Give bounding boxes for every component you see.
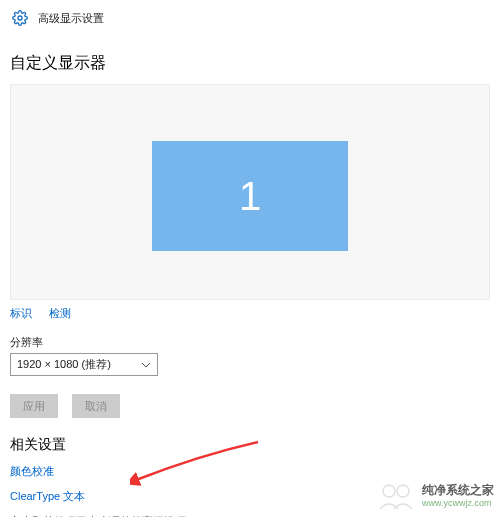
window-title: 高级显示设置 [38, 11, 104, 26]
color-calibrate-link[interactable]: 颜色校准 [10, 464, 490, 479]
button-row: 应用 取消 [10, 394, 490, 418]
resolution-select[interactable]: 1920 × 1080 (推荐) [10, 353, 158, 376]
resolution-label: 分辨率 [10, 335, 490, 350]
gear-icon [12, 10, 28, 26]
chevron-down-icon [141, 360, 151, 370]
cleartype-link[interactable]: ClearType 文本 [10, 489, 490, 504]
display-action-links: 标识 检测 [10, 306, 490, 321]
content-area: 自定义显示器 1 标识 检测 分辨率 1920 × 1080 (推荐) 应用 取… [0, 37, 500, 517]
monitor-1[interactable]: 1 [152, 141, 348, 251]
section-custom-display-title: 自定义显示器 [10, 53, 490, 74]
section-related-title: 相关设置 [10, 436, 490, 454]
svg-point-0 [18, 16, 22, 20]
monitor-number: 1 [239, 174, 261, 219]
window-header: 高级显示设置 [0, 0, 500, 37]
detect-link[interactable]: 检测 [49, 307, 71, 319]
cancel-button[interactable]: 取消 [72, 394, 120, 418]
resolution-value: 1920 × 1080 (推荐) [17, 357, 111, 372]
display-arrangement-box[interactable]: 1 [10, 84, 490, 300]
identify-link[interactable]: 标识 [10, 307, 32, 319]
apply-button[interactable]: 应用 [10, 394, 58, 418]
